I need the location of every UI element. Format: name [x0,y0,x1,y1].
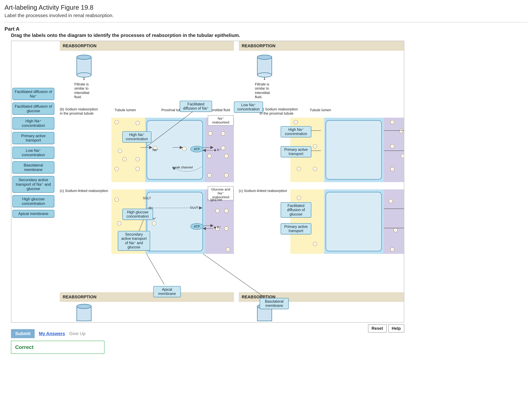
instruction-text: Drag the labels onto the diagram to iden… [11,33,527,38]
svg-line-26 [147,109,197,147]
give-up-link[interactable]: Give Up [69,331,86,336]
svg-line-28 [147,254,164,284]
placed-primary-active-transport-c[interactable]: Primary active transport [281,223,311,234]
placed-apical-membrane[interactable]: Apical membrane [153,286,181,297]
reset-button[interactable]: Reset [368,324,387,333]
placed-basolateral-membrane[interactable]: Basolateral membrane [260,298,289,309]
help-button[interactable]: Help [388,324,404,333]
diagram-canvas[interactable]: REABSORPTION REABSORPTION REABSORPTION R… [11,41,404,323]
divider [5,22,527,22]
page-subtitle: Label the processes involved in renal re… [5,13,527,18]
svg-line-29 [203,254,271,302]
placed-high-glucose-concentration[interactable]: High glucose concentration [122,209,153,220]
submit-button[interactable]: Submit [11,329,35,338]
page-title: Art-labeling Activity Figure 19.8 [5,4,527,11]
placed-facilitated-diffusion-na[interactable]: Facilitated diffusion of Na⁺ [180,101,212,112]
placed-primary-active-transport-b[interactable]: Primary active transport [281,146,311,157]
correct-feedback: Correct [11,341,104,354]
placed-facilitated-diffusion-glucose[interactable]: Facilitated diffusion of glucose [281,202,311,218]
placed-secondary-active-transport[interactable]: Secondary active transport of Na⁺ and gl… [118,231,150,251]
placed-high-na-concentration-right[interactable]: High Na⁺ concentration [281,126,311,137]
placed-low-na-concentration[interactable]: Low Na⁺ concentration [234,102,263,113]
my-answers-link[interactable]: My Answers [39,331,65,336]
part-a-label: Part A [5,26,527,32]
placed-high-na-concentration-left[interactable]: High Na⁺ concentration [122,131,151,142]
connectors [11,41,404,323]
